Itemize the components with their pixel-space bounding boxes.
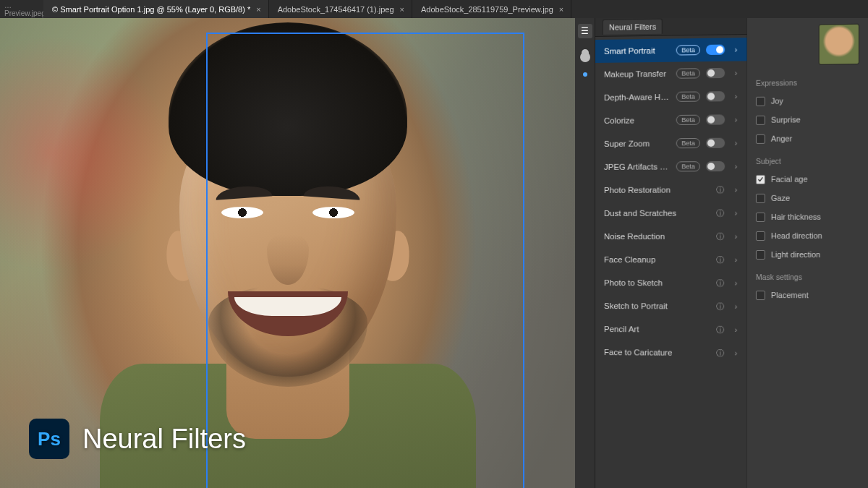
filter-toggle[interactable]: [706, 114, 725, 124]
cloud-download-icon[interactable]: ⓘ: [715, 184, 725, 195]
filter-list-column: Neural Filters Smart PortraitBeta›Makeup…: [595, 16, 748, 488]
option-label: Placement: [771, 291, 809, 299]
filter-row-pencil-art[interactable]: Pencil Artⓘ›: [595, 317, 746, 341]
checkbox[interactable]: [756, 291, 765, 300]
filter-label: Face to Caricature: [604, 348, 709, 357]
cloud-download-icon[interactable]: ⓘ: [715, 278, 725, 288]
option-row-placement[interactable]: Placement: [756, 286, 859, 304]
chevron-right-icon: ›: [731, 162, 741, 171]
filter-row-dust-and-scratches[interactable]: Dust and Scratchesⓘ›: [595, 201, 746, 225]
beta-badge: Beta: [676, 115, 700, 125]
filter-label: Noise Reduction: [604, 232, 709, 241]
chevron-right-icon: ›: [731, 348, 741, 357]
option-row-hair-thickness[interactable]: Hair thickness: [756, 207, 859, 226]
close-icon[interactable]: ×: [400, 5, 404, 14]
portrait-face: [132, 37, 443, 442]
overlay-title: Ps Neural Filters: [29, 419, 246, 459]
chevron-right-icon: ›: [731, 208, 741, 217]
filter-toggle[interactable]: [706, 91, 725, 101]
chevron-right-icon: ›: [731, 115, 741, 124]
filter-row-photo-restoration[interactable]: Photo Restorationⓘ›: [595, 178, 746, 202]
filter-label: Sketch to Portrait: [604, 301, 709, 311]
filter-options-column: Expressions JoySurpriseAnger Subject Fac…: [747, 16, 868, 488]
option-label: Anger: [771, 134, 792, 143]
option-row-light-direction[interactable]: Light direction: [756, 245, 859, 264]
panel-header-tab[interactable]: Neural Filters: [603, 19, 663, 35]
close-icon[interactable]: ×: [559, 5, 563, 14]
filter-label: Makeup Transfer: [604, 69, 671, 79]
vtab-portrait-icon[interactable]: [578, 46, 592, 60]
checkbox[interactable]: [756, 212, 765, 221]
chevron-right-icon: ›: [731, 325, 741, 334]
cloud-download-icon[interactable]: ⓘ: [715, 324, 725, 335]
checkbox[interactable]: [756, 115, 765, 124]
filter-row-super-zoom[interactable]: Super ZoomBeta›: [595, 131, 746, 155]
filter-row-face-to-caricature[interactable]: Face to Caricatureⓘ›: [595, 341, 746, 365]
document-tab-label: AdobeStock_174546417 (1).jpeg: [278, 5, 394, 14]
checkbox[interactable]: [756, 231, 765, 240]
checkbox[interactable]: [756, 96, 765, 106]
filter-label: Photo to Sketch: [604, 278, 709, 287]
filter-toggle[interactable]: [706, 45, 725, 55]
section-header-subject: Subject: [756, 156, 859, 166]
neural-filters-panel: ☰ Neural Filters Smart PortraitBeta›Make…: [575, 18, 868, 488]
overlay-title-text: Neural Filters: [82, 424, 246, 455]
option-row-surprise[interactable]: Surprise: [756, 110, 859, 129]
chevron-right-icon: ›: [731, 69, 741, 77]
option-row-joy[interactable]: Joy: [756, 90, 859, 111]
option-label: Gaze: [771, 194, 790, 202]
filter-row-noise-reduction[interactable]: Noise Reductionⓘ›: [595, 225, 746, 248]
filter-row-jpeg-artifacts-re[interactable]: JPEG Artifacts Re…Beta›: [595, 155, 746, 179]
vtab-beta-icon[interactable]: [578, 67, 592, 82]
option-label: Hair thickness: [771, 213, 821, 221]
close-icon[interactable]: ×: [256, 5, 260, 14]
cloud-download-icon[interactable]: ⓘ: [715, 254, 725, 265]
canvas-area[interactable]: [0, 18, 575, 488]
option-row-head-direction[interactable]: Head direction: [756, 226, 859, 245]
filter-label: Pencil Art: [604, 325, 709, 334]
section-header-mask: Mask settings: [756, 273, 859, 281]
filter-row-face-cleanup[interactable]: Face Cleanupⓘ›: [595, 248, 746, 271]
filter-row-sketch-to-portrait[interactable]: Sketch to Portraitⓘ›: [595, 294, 746, 318]
filter-toggle[interactable]: [706, 68, 725, 78]
checkbox[interactable]: [756, 174, 765, 184]
panel-vertical-tabs: ☰: [575, 18, 595, 488]
document-tab[interactable]: AdobeStock_174546417 (1).jpeg ×: [269, 0, 412, 18]
filter-label: Depth-Aware Haze: [604, 93, 671, 102]
filter-toggle[interactable]: [706, 138, 725, 148]
filter-toggle[interactable]: [706, 161, 725, 171]
option-row-anger[interactable]: Anger: [756, 129, 859, 148]
filter-row-makeup-transfer[interactable]: Makeup TransferBeta›: [595, 61, 746, 86]
vtab-all-icon[interactable]: ☰: [578, 24, 592, 38]
filter-label: Face Cleanup: [604, 255, 709, 264]
option-label: Facial age: [771, 175, 808, 184]
chevron-right-icon: ›: [731, 255, 741, 264]
beta-badge: Beta: [676, 68, 700, 78]
tab-truncated-left: …Preview.jpeg: [0, 0, 43, 18]
cloud-download-icon[interactable]: ⓘ: [715, 348, 725, 359]
document-tabs-bar: …Preview.jpeg © Smart Portrait Option 1.…: [0, 0, 868, 18]
filter-row-depth-aware-haze[interactable]: Depth-Aware HazeBeta›: [595, 85, 746, 109]
chevron-right-icon: ›: [731, 278, 741, 287]
option-row-gaze[interactable]: Gaze: [756, 188, 859, 207]
option-label: Light direction: [771, 250, 820, 259]
filter-label: Photo Restoration: [604, 185, 709, 194]
checkbox[interactable]: [756, 193, 765, 202]
document-tab-active[interactable]: © Smart Portrait Option 1.jpg @ 55% (Lay…: [43, 0, 269, 18]
document-tab[interactable]: AdobeStock_285119759_Preview.jpg ×: [412, 0, 571, 18]
filter-label: JPEG Artifacts Re…: [604, 162, 671, 171]
filter-row-photo-to-sketch[interactable]: Photo to Sketchⓘ›: [595, 271, 746, 295]
face-preview-thumbnail[interactable]: [819, 24, 859, 65]
cloud-download-icon[interactable]: ⓘ: [715, 301, 725, 312]
beta-badge: Beta: [676, 45, 700, 56]
cloud-download-icon[interactable]: ⓘ: [715, 231, 725, 241]
chevron-right-icon: ›: [731, 139, 741, 147]
filter-row-colorize[interactable]: ColorizeBeta›: [595, 108, 746, 132]
checkbox[interactable]: [756, 134, 765, 143]
photoshop-badge-icon: Ps: [29, 419, 69, 459]
cloud-download-icon[interactable]: ⓘ: [715, 207, 725, 218]
option-label: Surprise: [771, 115, 801, 124]
checkbox[interactable]: [756, 249, 765, 259]
option-label: Joy: [771, 96, 783, 105]
option-row-facial-age[interactable]: Facial age: [756, 169, 859, 189]
